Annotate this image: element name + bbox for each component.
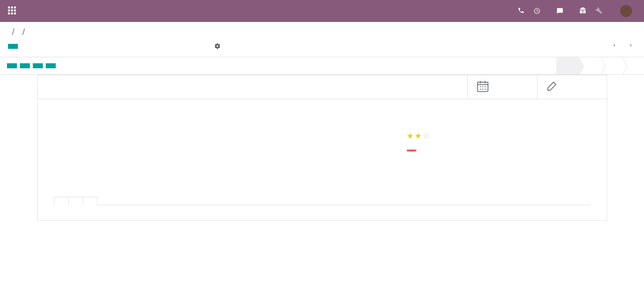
priority-stars: ★ ★ ☆ [407,131,591,141]
tools-icon[interactable] [595,7,602,15]
sheet-wrap: ★ ★ ☆ [0,75,644,229]
control-bar [0,37,644,57]
svg-rect-2 [14,6,16,8]
statusbar-buttons [0,57,69,74]
star-icon[interactable]: ★ [407,131,414,141]
svg-rect-7 [11,12,13,14]
status-bar [0,57,644,75]
left-column [54,126,308,170]
stage-pipeline [556,57,644,74]
svg-rect-6 [8,12,10,14]
svg-rect-5 [14,9,16,11]
topnav-right [518,5,636,17]
svg-rect-1 [11,6,13,8]
notebook-tabs [54,197,591,205]
tag-product[interactable] [407,150,417,152]
svg-rect-4 [11,9,13,11]
svg-rect-3 [8,9,10,11]
sheet-body: ★ ★ ☆ [38,99,607,182]
breadcrumbs: / / [8,27,636,37]
breadcrumb-sep: / [22,27,25,37]
enrich-button[interactable] [59,63,69,68]
right-column: ★ ★ ☆ [337,126,591,170]
mark-won-button[interactable] [33,63,43,68]
phone-icon[interactable] [518,7,525,15]
quotations-stat-button[interactable] [537,75,607,99]
user-menu[interactable] [620,5,636,17]
button-box [38,75,607,99]
tab-internal-notes[interactable] [54,197,69,205]
svg-rect-8 [14,12,16,14]
stage-new[interactable] [556,57,578,74]
star-icon[interactable]: ☆ [423,131,429,141]
gift-icon[interactable] [579,7,586,15]
action-dropdown[interactable] [215,43,224,49]
breadcrumb-bar: / / [0,22,644,37]
apps-icon[interactable] [8,6,16,16]
svg-rect-0 [8,6,10,8]
priority-row: ★ ★ ☆ [337,131,591,141]
edit-button[interactable] [8,44,18,49]
tab-assigned-partner[interactable] [83,197,98,205]
tags-label [337,146,407,153]
activities-button[interactable] [534,7,547,14]
mark-lost-button[interactable] [46,63,56,68]
pager-next-icon[interactable] [626,42,636,50]
breadcrumb-sep: / [12,27,14,37]
create-button[interactable] [21,44,31,49]
calendar-icon [476,79,490,95]
messages-button[interactable] [556,7,570,14]
top-nav [0,0,644,22]
edit-note-icon [545,79,559,95]
star-icon[interactable]: ★ [415,131,422,141]
pager [602,42,636,50]
form-sheet: ★ ★ ☆ [37,75,607,221]
tags-row [337,146,591,153]
pager-prev-icon[interactable] [609,42,619,50]
tab-extra-information[interactable] [68,197,83,205]
user-avatar-icon [620,5,632,17]
meeting-stat-button[interactable] [467,75,537,99]
gear-icon [215,43,221,49]
new-quotation-button[interactable] [7,63,17,68]
priority-label [337,131,407,141]
field-columns: ★ ★ ☆ [54,126,591,170]
new-rental-button[interactable] [20,63,30,68]
